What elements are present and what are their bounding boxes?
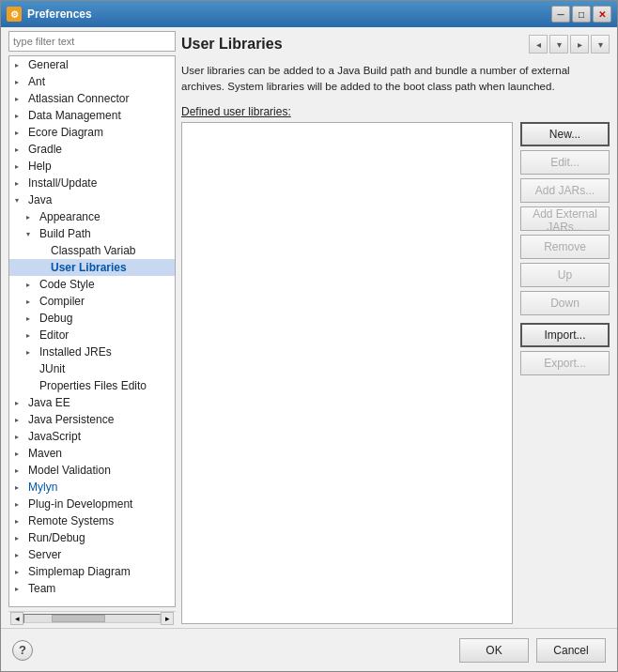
tree-arrow-simplemap [15,568,26,576]
tree-item-classpath[interactable]: Classpath Variab [9,242,175,259]
nav-menu-button[interactable]: ▾ [591,35,610,53]
tree-label-remote-systems: Remote Systems [28,514,114,527]
tree-item-appearance[interactable]: Appearance [9,208,175,225]
library-list[interactable] [181,122,513,625]
minimize-button[interactable]: ─ [551,6,570,23]
tree-arrow-installed-jres [26,348,38,357]
tree-item-simplemap[interactable]: Simplemap Diagram [9,563,175,580]
tree-item-junit[interactable]: JUnit [9,360,175,377]
tree-label-appearance: Appearance [39,210,100,223]
tree-item-installed-jres[interactable]: Installed JREs [9,344,175,360]
tree-item-compiler[interactable]: Compiler [9,293,175,310]
tree-label-compiler: Compiler [39,295,85,308]
export-button[interactable]: Export... [520,351,610,375]
tree-label-team: Team [28,582,55,595]
tree-arrow-java-persistence [15,416,26,424]
cancel-button[interactable]: Cancel [536,638,606,663]
edit-button[interactable]: Edit... [520,150,610,175]
filter-input[interactable] [8,31,176,52]
tree-item-atlassian[interactable]: Atlassian Connector [9,90,175,107]
tree-item-javascript[interactable]: JavaScript [9,428,175,445]
tree-label-user-libs: User Libraries [51,261,127,274]
window-icon: ⚙ [7,7,22,22]
tree-item-editor[interactable]: Editor [9,327,175,344]
scroll-left-arrow[interactable]: ◂ [10,612,23,625]
tree-item-build-path[interactable]: Build Path [9,225,175,242]
tree-arrow-help [15,162,26,171]
tree-item-data-mgmt[interactable]: Data Management [9,107,175,124]
tree-item-prop-files[interactable]: Properties Files Edito [9,377,175,394]
new-button[interactable]: New... [520,122,610,146]
tree-label-classpath: Classpath Variab [51,244,136,257]
ok-button[interactable]: OK [459,638,529,663]
tree-item-install[interactable]: Install/Update [9,175,175,191]
tree-item-ecore[interactable]: Ecore Diagram [9,124,175,141]
tree-arrow-atlassian [15,95,26,103]
tree-arrow-compiler [26,298,38,306]
tree-arrow-gradle [15,145,26,154]
scroll-track[interactable] [23,614,161,623]
tree-item-run-debug[interactable]: Run/Debug [9,529,175,546]
tree-item-team[interactable]: Team [9,580,175,597]
preferences-window: ⚙ Preferences ─ □ ✕ General [0,0,618,672]
tree-item-ant[interactable]: Ant [9,73,175,90]
nav-dropdown-button[interactable]: ▾ [549,35,568,53]
tree-item-gradle[interactable]: Gradle [9,141,175,158]
tree-label-help: Help [28,160,52,173]
title-bar: ⚙ Preferences ─ □ ✕ [1,1,617,27]
tree-label-junit: JUnit [39,362,65,375]
tree-item-remote-systems[interactable]: Remote Systems [9,512,175,529]
tree-item-java-persistence[interactable]: Java Persistence [9,411,175,428]
tree-label-plugin-dev: Plug-in Development [28,497,132,511]
defined-label: Defined user libraries: [181,105,610,118]
tree-item-model-validation[interactable]: Model Validation [9,462,175,479]
help-button[interactable]: ? [12,640,33,661]
tree-item-general[interactable]: General [9,56,175,73]
page-title: User Libraries [181,36,283,53]
add-jars-button[interactable]: Add JARs... [520,178,610,203]
tree-arrow-install [15,179,26,188]
maximize-button[interactable]: □ [572,6,591,23]
scroll-thumb[interactable] [52,615,106,622]
nav-forward-button[interactable]: ▸ [570,35,589,53]
description-line2: archives. System libraries will be added… [181,81,555,92]
tree-item-server[interactable]: Server [9,546,175,563]
tree-arrow-editor [26,331,38,340]
tree-arrow-plugin-dev [15,500,26,509]
tree-item-java-ee[interactable]: Java EE [9,394,175,411]
tree-item-help[interactable]: Help [9,158,175,175]
tree-label-ecore: Ecore Diagram [28,126,103,139]
tree-item-code-style[interactable]: Code Style [9,276,175,293]
tree-item-maven[interactable]: Maven [9,445,175,462]
nav-back-button[interactable]: ◂ [529,35,548,53]
tree-item-debug[interactable]: Debug [9,310,175,327]
tree-label-build-path: Build Path [39,227,91,240]
tree-item-java[interactable]: Java [9,191,175,208]
tree-arrow-general [15,61,26,69]
tree-label-installed-jres: Installed JREs [39,345,112,359]
tree-item-user-libs[interactable]: User Libraries [9,259,175,276]
tree-arrow-remote-systems [15,517,26,526]
add-external-jars-button[interactable]: Add External JARs... [520,206,610,231]
tree-item-plugin-dev[interactable]: Plug-in Development [9,496,175,512]
tree-label-server: Server [28,548,61,561]
remove-button[interactable]: Remove [520,235,610,259]
tree-label-gradle: Gradle [28,143,62,156]
scroll-right-arrow[interactable]: ▸ [161,612,174,625]
window-title: Preferences [27,8,551,21]
tree-label-maven: Maven [28,447,62,460]
horizontal-scrollbar[interactable]: ◂ ▸ [8,611,176,624]
down-button[interactable]: Down [520,291,610,315]
tree-label-run-debug: Run/Debug [28,531,85,544]
tree-label-ant: Ant [28,75,45,88]
tree-arrow-javascript [15,433,26,441]
tree-label-debug: Debug [39,312,72,325]
tree-label-java: Java [28,193,52,206]
tree-arrow-ant [15,78,26,86]
tree-arrow-java [15,196,26,205]
close-button[interactable]: ✕ [593,6,611,23]
up-button[interactable]: Up [520,263,610,287]
import-button[interactable]: Import... [520,323,610,347]
tree-panel[interactable]: General Ant Atlassian Connector [8,55,176,607]
tree-item-mylyn[interactable]: Mylyn [9,479,175,496]
